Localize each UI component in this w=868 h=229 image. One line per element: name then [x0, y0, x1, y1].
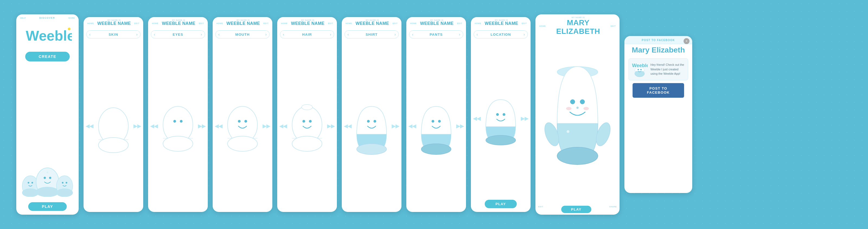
preview-large-share[interactable]: SHARE: [609, 206, 617, 213]
home-header-left[interactable]: HELP: [20, 17, 26, 19]
mouth-char-prev[interactable]: ◀◀: [215, 123, 222, 129]
svg-point-59: [638, 69, 639, 70]
shirt-header-left[interactable]: HOME: [346, 23, 352, 24]
location-header-left[interactable]: HOME: [475, 23, 481, 24]
location-char-prev[interactable]: ◀◀: [473, 116, 480, 121]
hair-header-left[interactable]: HOME: [281, 23, 287, 24]
hair-next-arrow[interactable]: ›: [330, 32, 331, 37]
shirt-name-label: MY NAME IS: [355, 19, 389, 21]
skin-header-right[interactable]: EDIT: [134, 23, 140, 24]
home-header-center[interactable]: DISCOVER: [39, 16, 55, 19]
shirt-weeble-name: Weeble Name: [355, 21, 389, 26]
hair-weeble-name: Weeble Name: [291, 21, 325, 26]
pants-character-svg: [416, 91, 457, 161]
location-next-arrow[interactable]: ›: [524, 32, 525, 37]
pants-header-right[interactable]: EDIT: [457, 23, 462, 24]
post-to-facebook-button[interactable]: POST TO FACEBOOK: [632, 83, 684, 98]
svg-point-22: [180, 120, 183, 123]
svg-point-14: [66, 182, 67, 184]
screen-skin: HOME MY NAME IS Weeble Name EDIT ‹ SKIN …: [84, 17, 143, 212]
shirt-char-next[interactable]: ▶▶: [392, 123, 399, 129]
mouth-next-arrow[interactable]: ›: [265, 32, 267, 37]
hair-header-right[interactable]: EDIT: [328, 23, 333, 24]
mouth-header-right[interactable]: EDIT: [264, 23, 269, 24]
location-header: HOME MY NAME IS Weeble Name EDIT: [471, 17, 531, 29]
svg-point-50: [566, 107, 571, 110]
screen-shirt: HOME MY NAME IS Weeble Name EDIT ‹ SHIRT…: [342, 17, 401, 212]
screen-home: HELP DISCOVER MORE Weebles CREATE: [16, 14, 79, 215]
mouth-weeble-name: Weeble Name: [226, 21, 260, 26]
svg-point-17: [98, 138, 128, 153]
eyes-label: EYES: [155, 33, 201, 37]
shirt-header: HOME MY NAME IS Weeble Name EDIT: [342, 17, 401, 29]
facebook-message: Hey friend! Check out the Weeble I just …: [650, 63, 685, 76]
shirt-char-display: ◀◀ ▶▶: [342, 40, 401, 212]
skin-weeble-name: Weeble Name: [97, 21, 131, 26]
location-char-next[interactable]: ▶▶: [521, 116, 528, 121]
svg-point-33: [302, 105, 312, 110]
preview-large-header-right[interactable]: EDIT: [611, 25, 616, 27]
svg-point-53: [567, 130, 569, 133]
play-button-location[interactable]: PLAY: [485, 200, 517, 208]
location-weeble-name: Weeble Name: [485, 21, 518, 26]
close-button[interactable]: ×: [684, 38, 689, 44]
screen-hair: HOME MY NAME IS Weeble Name EDIT ‹ HAIR …: [277, 17, 337, 212]
svg-point-48: [570, 99, 575, 104]
svg-point-10: [46, 171, 48, 173]
svg-point-1: [68, 28, 70, 30]
pants-char-prev[interactable]: ◀◀: [408, 123, 416, 129]
eyes-next-arrow[interactable]: ›: [201, 32, 202, 37]
preview-large-header: HOME MY NAME IS Mary Elizabeth EDIT: [535, 14, 620, 37]
facebook-user-name: Mary Elizabeth: [624, 44, 692, 55]
location-label: LOCATION: [478, 33, 524, 37]
pants-header-left[interactable]: HOME: [410, 23, 416, 24]
preview-large-edit[interactable]: EDIT: [538, 206, 543, 213]
svg-point-40: [438, 120, 441, 123]
hair-char-prev[interactable]: ◀◀: [279, 123, 287, 129]
skin-next-arrow[interactable]: ›: [136, 32, 137, 37]
skin-char-next[interactable]: ▶▶: [133, 123, 141, 129]
mouth-char-display: ◀◀ ▶▶: [213, 40, 272, 212]
svg-point-25: [227, 136, 257, 151]
pants-next-arrow[interactable]: ›: [459, 32, 460, 37]
preview-large-character-svg: [539, 45, 616, 196]
mouth-label: MOUTH: [220, 33, 266, 37]
pants-char-next[interactable]: ▶▶: [456, 123, 464, 129]
skin-name-label: MY NAME IS: [97, 19, 131, 21]
svg-point-32: [309, 120, 312, 123]
pants-label: PANTS: [413, 33, 459, 37]
preview-large-header-left[interactable]: HOME: [539, 25, 546, 27]
home-header-right[interactable]: MORE: [68, 17, 75, 19]
mouth-header-left[interactable]: HOME: [216, 23, 223, 24]
shirt-header-right[interactable]: EDIT: [393, 23, 398, 24]
eyes-char-prev[interactable]: ◀◀: [150, 123, 158, 129]
location-nav: ‹ LOCATION ›: [474, 30, 528, 38]
skin-char-prev[interactable]: ◀◀: [86, 123, 93, 129]
mouth-character-svg: [222, 91, 263, 161]
create-button[interactable]: CREATE: [25, 52, 70, 62]
play-button-preview[interactable]: PLAY: [561, 206, 591, 213]
hair-char-next[interactable]: ▶▶: [327, 123, 335, 129]
eyes-header: HOME MY NAME IS Weeble Name EDIT: [148, 17, 208, 29]
eyes-char-next[interactable]: ▶▶: [198, 123, 206, 129]
svg-point-44: [503, 113, 505, 116]
location-header-right[interactable]: EDIT: [522, 23, 527, 24]
hair-label: HAIR: [284, 33, 330, 37]
home-logo: Weebles: [23, 26, 72, 45]
skin-header: HOME MY NAME IS Weeble Name EDIT: [84, 17, 143, 29]
screen-eyes: HOME MY NAME IS Weeble Name EDIT ‹ EYES …: [148, 17, 208, 212]
hair-character-svg: [287, 91, 328, 161]
svg-point-38: [421, 144, 451, 155]
skin-header-left[interactable]: HOME: [87, 23, 94, 24]
eyes-header-left[interactable]: HOME: [152, 23, 158, 24]
facebook-title: POST TO FACEBOOK: [642, 39, 675, 42]
preview-large-bottom-nav: EDIT PLAY SHARE: [535, 205, 620, 215]
shirt-char-prev[interactable]: ◀◀: [344, 123, 351, 129]
shirt-next-arrow[interactable]: ›: [394, 32, 396, 37]
play-button-home[interactable]: PLAY: [28, 202, 67, 211]
mouth-char-next[interactable]: ▶▶: [262, 123, 270, 129]
location-char-display: ◀◀ ▶▶: [471, 40, 531, 197]
screen-location: HOME MY NAME IS Weeble Name EDIT ‹ LOCAT…: [471, 17, 531, 212]
eyes-header-right[interactable]: EDIT: [199, 23, 204, 24]
svg-point-12: [56, 189, 73, 197]
